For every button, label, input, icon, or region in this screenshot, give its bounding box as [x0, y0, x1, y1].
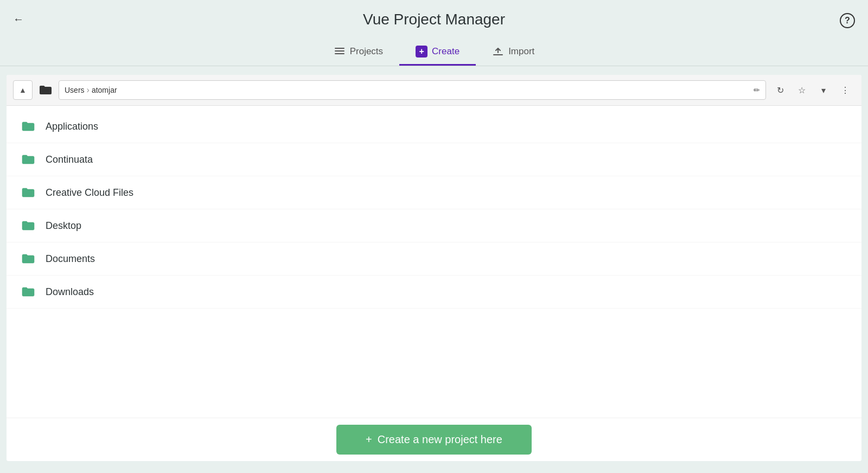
svg-rect-1 [335, 50, 344, 52]
toolbar-actions: ↻ ☆ ▾ ⋮ [770, 80, 855, 100]
tab-projects[interactable]: Projects [317, 39, 399, 66]
list-item[interactable]: Creative Cloud Files [7, 176, 861, 209]
folder-icon [20, 284, 37, 299]
list-item[interactable]: Downloads [7, 276, 861, 309]
tab-create-label: Create [432, 46, 459, 57]
dropdown-icon: ▾ [821, 85, 826, 95]
nav-divider [0, 66, 868, 66]
back-button[interactable]: ← [13, 13, 24, 25]
bottom-bar: + Create a new project here [7, 418, 861, 461]
folder-icon [20, 152, 37, 167]
more-icon: ⋮ [841, 85, 850, 95]
star-button[interactable]: ☆ [792, 80, 812, 100]
folder-icon [20, 251, 37, 266]
folder-icon [20, 185, 37, 200]
main-content: ▲ Users › atomjar ✏ ↻ ☆ ▾ ⋮ [7, 75, 861, 461]
refresh-button[interactable]: ↻ [770, 80, 790, 100]
help-button[interactable]: ? [840, 13, 855, 28]
dropdown-button[interactable]: ▾ [814, 80, 833, 100]
list-item[interactable]: Documents [7, 242, 861, 276]
create-project-button[interactable]: + Create a new project here [336, 425, 532, 455]
tab-import[interactable]: Import [476, 39, 551, 66]
list-item[interactable]: Desktop [7, 209, 861, 242]
path-segment-users: Users [65, 86, 85, 94]
plus-square-icon: + [416, 46, 427, 57]
folder-icon [20, 119, 37, 134]
file-name: Downloads [46, 286, 94, 298]
file-name: Desktop [46, 220, 81, 232]
edit-path-icon[interactable]: ✏ [754, 86, 760, 94]
file-name: Creative Cloud Files [46, 187, 133, 199]
page-title: Vue Project Manager [363, 11, 505, 28]
list-item[interactable]: Continuata [7, 143, 861, 176]
current-folder-icon [37, 81, 54, 99]
create-project-label: Create a new project here [378, 433, 502, 446]
path-segment-atomjar: atomjar [92, 86, 117, 94]
more-button[interactable]: ⋮ [835, 80, 855, 100]
file-name: Documents [46, 253, 95, 265]
tab-projects-label: Projects [350, 46, 383, 57]
path-separator: › [87, 85, 90, 95]
file-list: Applications Continuata Creative Cloud F… [7, 106, 861, 418]
star-icon: ☆ [798, 85, 806, 95]
tab-create[interactable]: + Create [399, 39, 476, 66]
toolbar: ▲ Users › atomjar ✏ ↻ ☆ ▾ ⋮ [7, 75, 861, 106]
svg-rect-2 [335, 53, 344, 54]
list-icon [334, 46, 346, 57]
svg-rect-0 [335, 48, 344, 49]
upload-icon [492, 46, 504, 57]
up-button[interactable]: ▲ [13, 80, 33, 100]
svg-rect-3 [493, 54, 503, 55]
up-arrow-icon: ▲ [19, 86, 27, 94]
nav-tabs: Projects + Create Import [317, 39, 551, 66]
list-item[interactable]: Applications [7, 110, 861, 143]
file-name: Applications [46, 121, 98, 132]
plus-icon: + [366, 433, 372, 446]
path-bar: Users › atomjar ✏ [59, 80, 766, 100]
header: Vue Project Manager Projects + Create [0, 0, 868, 66]
tab-import-label: Import [508, 46, 534, 57]
refresh-icon: ↻ [777, 85, 784, 95]
folder-icon [20, 218, 37, 233]
file-name: Continuata [46, 154, 93, 165]
